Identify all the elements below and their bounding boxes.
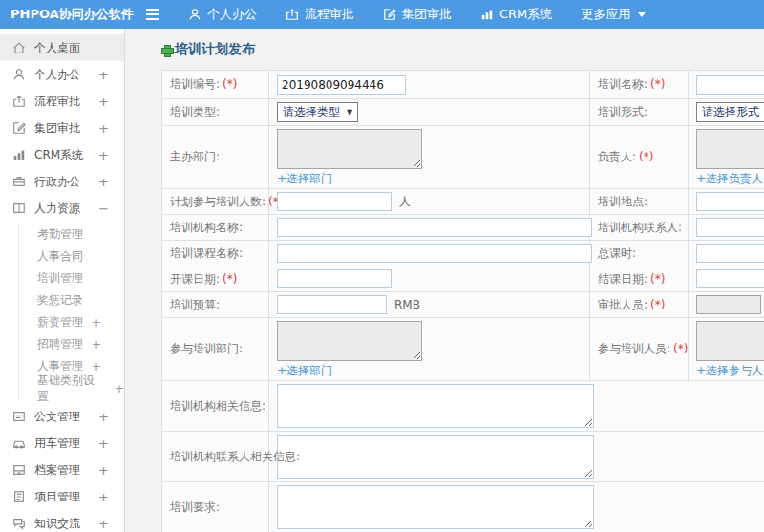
sidebar-subitem-label: 基础类别设置 — [37, 372, 106, 405]
select-leader-link[interactable]: +选择负责人 — [696, 173, 763, 185]
start-date-input[interactable] — [277, 269, 392, 288]
training-form-select[interactable]: 请选择形式▼ — [696, 102, 764, 122]
approver-box[interactable] — [696, 295, 761, 314]
org-name-input[interactable] — [277, 218, 592, 237]
sidebar-item-label: 流程审批 — [34, 94, 98, 110]
nav-group-approval[interactable]: 集团审批 — [383, 6, 452, 23]
expand-icon[interactable]: + — [92, 338, 101, 351]
requirements-textarea[interactable] — [277, 485, 594, 529]
share-icon — [286, 8, 299, 21]
edit-icon — [383, 8, 396, 21]
org-info-textarea[interactable] — [277, 384, 594, 428]
location-input[interactable] — [696, 192, 764, 211]
sidebar-item-workflow-approval[interactable]: 流程审批 + — [0, 88, 124, 115]
sidebar-item-human-resources[interactable]: 人力资源 − — [0, 195, 124, 222]
sidebar: 个人桌面 个人办公 + 流程审批 + 集团审批 + — [0, 29, 125, 532]
field-label: 培训形式: — [598, 105, 647, 118]
nav-personal-office[interactable]: 个人办公 — [188, 6, 257, 23]
expand-icon[interactable]: + — [98, 410, 109, 424]
required-mark: (*) — [650, 298, 665, 311]
field-label: 培训课程名称: — [170, 246, 243, 260]
expand-icon[interactable]: + — [92, 360, 101, 373]
sidebar-item-crm-system[interactable]: CRM系统 + — [0, 141, 124, 168]
sidebar-subitem-training[interactable]: 培训管理 — [19, 267, 124, 289]
training-type-select[interactable]: 请选择类型▼ — [277, 102, 358, 122]
required-mark: (*) — [650, 272, 665, 286]
org-contact-input[interactable] — [696, 218, 764, 237]
select-join-people-link[interactable]: +选择参与人员 — [696, 365, 764, 377]
planned-count-input[interactable] — [277, 192, 392, 211]
sidebar-subitem-label: 薪资管理 — [37, 314, 83, 330]
nav-label: CRM系统 — [499, 6, 552, 23]
sidebar-item-archives[interactable]: 档案管理 + — [0, 457, 124, 483]
field-label: 开课日期: — [170, 272, 220, 286]
field-label: 培训预算: — [170, 298, 220, 311]
field-label: 参与培训部门: — [170, 342, 243, 355]
sidebar-subitem-attendance[interactable]: 考勤管理 — [19, 223, 124, 245]
sidebar-subitem-rewards[interactable]: 奖惩记录 — [19, 289, 124, 311]
join-dept-box[interactable] — [277, 321, 422, 361]
home-icon — [12, 41, 27, 54]
field-label: 审批人员: — [598, 298, 647, 311]
sidebar-item-personal-office[interactable]: 个人办公 + — [0, 61, 124, 88]
sidebar-item-personal-desktop[interactable]: 个人桌面 — [0, 34, 124, 61]
nav-more-apps[interactable]: 更多应用 — [581, 6, 646, 23]
sidebar-item-official-doc[interactable]: 公文管理 + — [0, 403, 124, 430]
join-people-box[interactable] — [696, 321, 764, 361]
field-label: 主办部门: — [170, 150, 220, 163]
org-contact-info-textarea[interactable] — [277, 435, 594, 479]
training-plan-form: 培训编号:(*) 培训名称:(*) 培训类型: 请选择类型▼ 培训形式: 请选择… — [161, 70, 764, 532]
host-dept-box[interactable] — [277, 129, 422, 169]
sidebar-item-projects[interactable]: 项目管理 + — [0, 483, 124, 510]
leader-box[interactable] — [696, 129, 764, 169]
caret-down-icon — [638, 12, 646, 17]
app-logo: PHPOA协同办公软件 — [0, 6, 125, 23]
expand-icon[interactable]: + — [98, 517, 109, 531]
nav-crm-system[interactable]: CRM系统 — [480, 6, 552, 23]
sidebar-subitem-label: 人事合同 — [37, 248, 83, 265]
sidebar-subitem-base-category[interactable]: 基础类别设置 + — [19, 377, 124, 399]
user-icon — [12, 68, 27, 81]
total-hours-input[interactable] — [696, 244, 764, 263]
sidebar-item-label: CRM系统 — [34, 147, 98, 163]
training-no-input[interactable] — [277, 75, 406, 95]
sidebar-item-knowledge[interactable]: 知识交流 + — [0, 510, 124, 532]
expand-icon[interactable]: + — [98, 490, 109, 504]
expand-icon[interactable]: + — [98, 95, 109, 109]
project-icon — [12, 490, 27, 503]
hr-submenu: 考勤管理 人事合同 培训管理 奖惩记录 薪资管理 + 招聘管理 + 人事管理 + — [18, 223, 124, 399]
hamburger-menu-icon[interactable] — [146, 9, 159, 20]
nav-label: 更多应用 — [581, 6, 630, 23]
sidebar-item-admin-office[interactable]: 行政办公 + — [0, 168, 124, 195]
main-content: 培训计划发布 培训编号:(*) 培训名称:(*) 培训类型: 请选择类型▼ 培训… — [125, 29, 764, 532]
select-dept-link[interactable]: +选择部门 — [277, 173, 332, 185]
training-name-input[interactable] — [696, 75, 764, 95]
expand-icon[interactable]: + — [98, 121, 109, 136]
sidebar-item-label: 人力资源 — [34, 201, 98, 217]
sidebar-item-group-approval[interactable]: 集团审批 + — [0, 115, 124, 141]
expand-icon[interactable]: + — [92, 316, 101, 330]
sidebar-subitem-label: 招聘管理 — [37, 336, 83, 352]
field-label: 培训要求: — [170, 500, 220, 514]
course-name-input[interactable] — [277, 244, 592, 263]
sidebar-subitem-hr-contract[interactable]: 人事合同 — [19, 245, 124, 267]
select-value: 请选择形式 — [702, 104, 759, 120]
field-label: 培训机构联系人: — [598, 221, 682, 234]
user-icon — [188, 8, 202, 21]
sidebar-subitem-recruit[interactable]: 招聘管理 + — [19, 333, 124, 355]
expand-icon[interactable]: + — [98, 436, 109, 451]
sidebar-item-vehicle[interactable]: 用车管理 + — [0, 430, 124, 457]
expand-icon[interactable]: + — [115, 382, 124, 395]
collapse-icon[interactable]: − — [98, 202, 109, 216]
budget-input[interactable] — [277, 295, 387, 314]
select-join-dept-link[interactable]: +选择部门 — [277, 365, 332, 377]
nav-workflow-approval[interactable]: 流程审批 — [286, 6, 354, 23]
expand-icon[interactable]: + — [98, 175, 109, 189]
nav-label: 集团审批 — [402, 6, 452, 23]
expand-icon[interactable]: + — [98, 463, 109, 478]
end-date-input[interactable] — [696, 269, 764, 288]
expand-icon[interactable]: + — [98, 68, 109, 82]
field-label: 负责人: — [598, 150, 636, 163]
sidebar-subitem-salary[interactable]: 薪资管理 + — [19, 311, 124, 333]
expand-icon[interactable]: + — [98, 148, 109, 162]
